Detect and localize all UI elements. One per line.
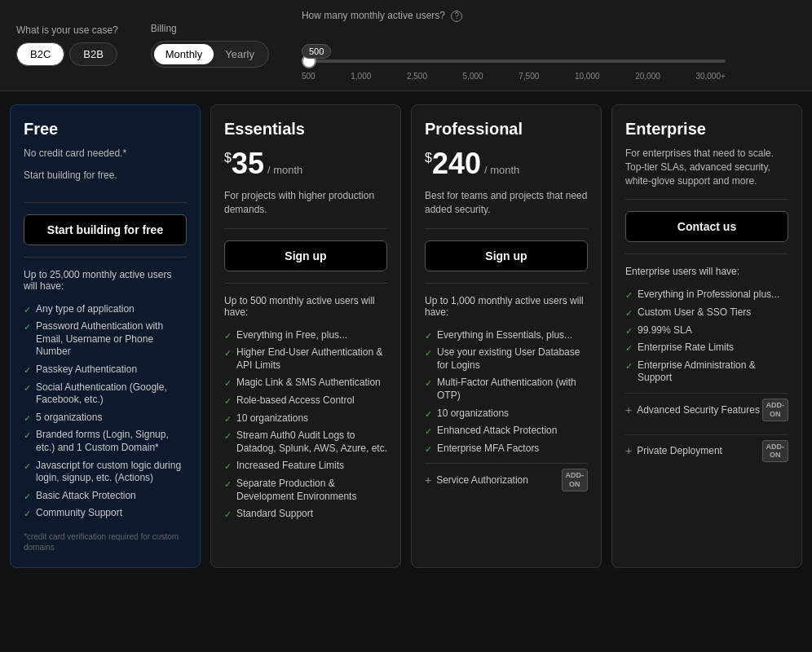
check-icon: ✓	[425, 347, 432, 359]
feature-item: ✓ Everything in Essentials, plus...	[425, 329, 588, 342]
billing-monthly-button[interactable]: Monthly	[154, 44, 214, 64]
feature-text: Multi-Factor Authentication (with OTP)	[437, 377, 588, 402]
addon-plus-icon: +	[625, 444, 632, 457]
check-icon: ✓	[425, 377, 432, 389]
plans-container: FreeNo credit card needed.*Start buildin…	[0, 91, 812, 581]
feature-text: Social Authentication (Google, Facebook,…	[36, 381, 187, 407]
feature-text: Everything in Professional plus...	[638, 289, 779, 302]
plan-card-essentials: Essentials $35/ month For projects with …	[210, 104, 401, 568]
plan-divider2-free	[24, 257, 187, 258]
check-icon: ✓	[224, 347, 232, 359]
plan-cta-enterprise[interactable]: Contact us	[625, 211, 788, 242]
users-label: How many monthly active users? ?	[302, 10, 796, 22]
slider-wrapper: 500	[302, 29, 796, 65]
users-help-icon[interactable]: ?	[451, 11, 462, 22]
addon-row-0: + Advanced Security Features ADD-ON	[625, 393, 788, 426]
plan-tagline1-free: No credit card needed.*	[24, 147, 187, 161]
check-icon: ✓	[224, 460, 232, 472]
check-icon: ✓	[24, 430, 31, 441]
feature-item: ✓ Use your existing User Database for Lo…	[425, 346, 588, 372]
feature-item: ✓ Separate Production & Development Envi…	[224, 478, 387, 503]
feature-text: Enhanced Attack Protection	[437, 425, 557, 438]
users-slider[interactable]	[302, 59, 726, 63]
feature-item: ✓ Stream Auth0 Audit Logs to Datadog, Sp…	[224, 430, 387, 455]
plan-divider-essentials	[224, 228, 387, 229]
feature-text: Branded forms (Login, Signup, etc.) and …	[36, 429, 187, 454]
feature-text: 5 organizations	[36, 412, 102, 425]
addon-plus-icon: +	[625, 403, 632, 416]
slider-labels: 500 1,000 2,500 5,000 7,500 10,000 20,00…	[302, 72, 726, 81]
plan-name-essentials: Essentials	[224, 120, 387, 139]
addon-label: Service Authorization	[436, 474, 528, 486]
addon-left: + Service Authorization	[425, 474, 528, 487]
plan-cta-professional[interactable]: Sign up	[425, 240, 588, 271]
feature-text: Everything in Free, plus...	[236, 329, 347, 342]
billing-yearly-button[interactable]: Yearly	[214, 44, 266, 64]
usecase-b2c-button[interactable]: B2C	[16, 42, 64, 66]
addon-row-0: + Service Authorization ADD-ON	[425, 463, 588, 496]
feature-item: ✓ Basic Attack Protection	[24, 490, 187, 503]
slider-container: 500 500 1,000 2,500 5,000 7,500 10,000 2…	[302, 29, 796, 81]
addon-label: Advanced Security Features	[637, 404, 760, 416]
feature-item: ✓ Everything in Professional plus...	[625, 289, 788, 302]
price-period: / month	[484, 164, 519, 176]
feature-item: ✓ Magic Link & SMS Authentication	[224, 377, 387, 390]
feature-item: ✓ Higher End-User Authentication & API L…	[224, 346, 387, 372]
feature-text: Increased Feature Limits	[236, 460, 344, 473]
plan-desc-professional: Best for teams and projects that need ad…	[425, 189, 588, 217]
feature-text: Enterprise Administration & Support	[638, 359, 788, 385]
feature-item: ✓ Community Support	[24, 507, 187, 520]
slider-label-4: 7,500	[519, 72, 539, 81]
plan-footnote-free: *credit card verification required for c…	[24, 531, 187, 553]
feature-text: Separate Production & Development Enviro…	[236, 478, 387, 503]
check-icon: ✓	[425, 425, 432, 437]
feature-list-enterprise: ✓ Everything in Professional plus... ✓ C…	[625, 289, 788, 385]
feature-text: Standard Support	[236, 508, 313, 521]
feature-item: ✓ Increased Feature Limits	[224, 460, 387, 473]
check-icon: ✓	[224, 377, 232, 389]
feature-item: ✓ 5 organizations	[24, 412, 187, 425]
plan-cta-free[interactable]: Start building for free	[24, 214, 187, 245]
slider-label-7: 30,000+	[695, 72, 725, 81]
addon-badge: ADD-ON	[562, 469, 589, 491]
check-icon: ✓	[24, 364, 31, 376]
slider-label-3: 5,000	[463, 72, 483, 81]
billing-label: Billing	[151, 23, 269, 34]
plan-divider2-professional	[425, 283, 588, 284]
check-icon: ✓	[24, 491, 31, 502]
feature-text: Use your existing User Database for Logi…	[437, 346, 588, 372]
plan-price-essentials: $35/ month	[224, 147, 387, 181]
usecase-b2b-button[interactable]: B2B	[69, 42, 117, 66]
feature-item: ✓ Branded forms (Login, Signup, etc.) an…	[24, 429, 187, 454]
slider-label-6: 20,000	[635, 72, 660, 81]
feature-text: Password Authentication with Email, User…	[36, 320, 187, 359]
feature-text: Basic Attack Protection	[36, 490, 136, 503]
users-section: How many monthly active users? ? 500 500…	[302, 10, 796, 81]
addon-row-1: + Private Deployment ADD-ON	[625, 434, 788, 468]
feature-item: ✓ Password Authentication with Email, Us…	[24, 320, 187, 359]
features-header-essentials: Up to 500 monthly active users will have…	[224, 295, 387, 318]
feature-item: ✓ Custom User & SSO Tiers	[625, 306, 788, 319]
addon-left: + Advanced Security Features	[625, 403, 760, 416]
plan-cta-essentials[interactable]: Sign up	[224, 240, 387, 271]
feature-text: Everything in Essentials, plus...	[437, 329, 572, 342]
price-currency: $	[224, 151, 232, 165]
feature-item: ✓ Enterprise Administration & Support	[625, 359, 788, 385]
check-icon: ✓	[625, 289, 633, 301]
plan-divider2-enterprise	[625, 253, 788, 254]
feature-item: ✓ Any type of application	[24, 303, 187, 316]
check-icon: ✓	[425, 443, 432, 455]
price-amount: 35	[232, 147, 264, 180]
feature-text: 10 organizations	[437, 408, 509, 421]
usecase-section: What is your use case? B2C B2B	[16, 24, 118, 66]
features-header-free: Up to 25,000 monthly active users will h…	[24, 269, 187, 292]
features-header-enterprise: Enterprise users will have:	[625, 266, 788, 277]
check-icon: ✓	[625, 360, 633, 372]
addon-plus-icon: +	[425, 474, 431, 487]
addon-badge: ADD-ON	[762, 440, 789, 463]
check-icon: ✓	[224, 478, 232, 490]
features-header-professional: Up to 1,000 monthly active users will ha…	[425, 295, 588, 318]
check-icon: ✓	[24, 382, 31, 394]
billing-toggle-group: Monthly Yearly	[151, 41, 269, 68]
price-amount: 240	[432, 147, 481, 180]
